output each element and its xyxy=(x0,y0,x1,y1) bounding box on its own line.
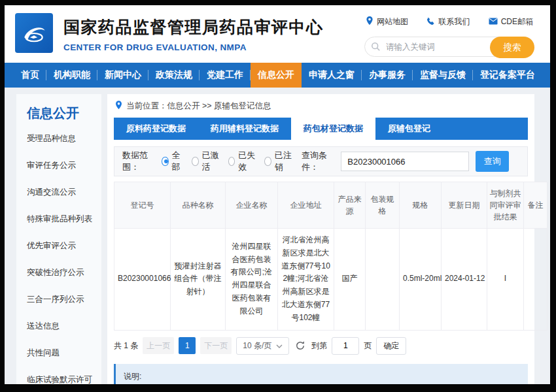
page-word: 页 xyxy=(364,340,372,351)
confirm-button[interactable]: 确定 xyxy=(376,337,406,355)
query-button[interactable]: 查询 xyxy=(476,151,509,172)
sidebar-item-6[interactable]: 三合一序列公示 xyxy=(16,286,101,313)
table-row: B20230001066预灌封注射器组合件（带注射针）沧州四星联合医药包装有限公… xyxy=(114,229,547,331)
top-link-2[interactable]: CDE邮箱 xyxy=(489,16,533,27)
page-number-button[interactable]: 1 xyxy=(179,337,196,354)
scope-radio-2[interactable]: 已失效 xyxy=(228,150,256,173)
scope-radio-0[interactable]: 全部 xyxy=(162,150,183,173)
nav-item-5[interactable]: 信息公开 xyxy=(251,63,302,88)
sidebar-item-4[interactable]: 优先审评公示 xyxy=(16,233,101,259)
radio-circle-icon xyxy=(264,157,271,166)
breadcrumb-text: 当前位置：信息公开 >> 原辅包登记信息 xyxy=(126,101,271,112)
nav-item-2[interactable]: 新闻中心 xyxy=(97,63,148,88)
radio-label: 已注销 xyxy=(275,150,292,173)
page-size-select[interactable]: 10 条/页 xyxy=(236,337,289,355)
nav-item-4[interactable]: 党建工作 xyxy=(200,63,251,88)
col-header-8: 与制剂共同审评审批结果 xyxy=(487,182,524,229)
scope-radios: 全部已激活已失效已注销 xyxy=(162,150,292,173)
tab-1[interactable]: 药用辅料登记数据 xyxy=(198,118,291,140)
tab-0[interactable]: 原料药登记数据 xyxy=(114,118,198,140)
radio-label: 已激活 xyxy=(202,150,220,173)
col-header-2: 企业名称 xyxy=(226,182,278,229)
cell-与制剂共同审评审批结果: I xyxy=(487,229,524,331)
tab-3[interactable]: 原辅包登记 xyxy=(375,118,443,140)
breadcrumb: 当前位置：信息公开 >> 原辅包登记信息 xyxy=(114,94,528,118)
sidebar-item-9[interactable]: 临床试验默示许可 xyxy=(16,367,101,384)
brand-block: 国家药品监督管理局药品审评中心 CENTER FOR DRUG EVALUATI… xyxy=(63,16,324,52)
sidebar-item-8[interactable]: 共性问题 xyxy=(16,340,101,367)
chevron-down-icon xyxy=(276,341,283,350)
nav-item-7[interactable]: 办事服务 xyxy=(362,63,413,88)
content-area: 信息公开 受理品种信息审评任务公示沟通交流公示特殊审批品种列表优先审评公示突破性… xyxy=(5,88,550,384)
col-header-9: 备注 xyxy=(524,182,547,229)
cde-logo xyxy=(15,13,53,53)
nav-item-6[interactable]: 申请人之窗 xyxy=(302,63,362,88)
notes-panel: 说明: 1. 数据范围“全部”，不包含“已注销”2. “与制剂共同审评审批结果”… xyxy=(114,364,528,384)
query-label: 查询条件： xyxy=(302,150,334,173)
col-header-1: 品种名称 xyxy=(171,182,226,229)
top-link-label: 网站地图 xyxy=(377,16,408,27)
col-header-5: 包装规格 xyxy=(366,182,400,229)
top-links: 网站地图联系我们CDE邮箱 xyxy=(364,16,534,27)
nav-item-8[interactable]: 监督与反馈 xyxy=(413,63,473,88)
sidebar-item-2[interactable]: 沟通交流公示 xyxy=(16,179,101,206)
site-search: 搜索 xyxy=(364,37,534,57)
sidebar-item-3[interactable]: 特殊审批品种列表 xyxy=(16,206,101,233)
sidebar-item-1[interactable]: 审评任务公示 xyxy=(16,152,101,179)
sidebar-title: 信息公开 xyxy=(16,94,101,125)
radio-circle-icon xyxy=(192,157,198,166)
cell-企业地址: 河北省沧州高新区求是北大道东侧77号102幢;河北省沧州高新区求是北大道东侧77… xyxy=(278,229,334,331)
nav-item-9[interactable]: 登记备案平台 xyxy=(473,63,542,88)
cell-登记号: B20230001066 xyxy=(114,229,171,331)
tab-2[interactable]: 药包材登记数据 xyxy=(291,118,375,140)
pagination: 共 1 条 上一页 1 下一页 10 条/页 到第 页 确定 xyxy=(114,331,528,356)
cell-产品来源: 国产 xyxy=(334,229,366,331)
sidebar-item-5[interactable]: 突破性治疗公示 xyxy=(16,259,101,286)
radio-label: 全部 xyxy=(172,150,184,173)
search-button[interactable]: 搜索 xyxy=(490,37,534,58)
sidebar-item-7[interactable]: 送达信息 xyxy=(16,313,101,340)
mail-icon xyxy=(489,18,498,27)
notes-title: 说明: xyxy=(124,368,520,384)
location-pin-icon xyxy=(115,101,122,112)
nav-item-3[interactable]: 政策法规 xyxy=(148,63,200,88)
page-frame: 国家药品监督管理局药品审评中心 CENTER FOR DRUG EVALUATI… xyxy=(5,5,550,384)
map-pin-icon xyxy=(366,16,374,27)
cell-品种名称: 预灌封注射器组合件（带注射针） xyxy=(171,229,226,331)
prev-page-button[interactable]: 上一页 xyxy=(143,337,174,354)
top-link-1[interactable]: 联系我们 xyxy=(426,16,470,27)
sidebar-list: 受理品种信息审评任务公示沟通交流公示特殊审批品种列表优先审评公示突破性治疗公示三… xyxy=(16,125,101,384)
search-input[interactable] xyxy=(385,42,488,52)
refresh-icon[interactable] xyxy=(295,340,305,351)
main-nav: 首页机构职能新闻中心政策法规党建工作信息公开申请人之窗办事服务监督与反馈登记备案… xyxy=(5,63,550,88)
table-body: B20230001066预灌封注射器组合件（带注射针）沧州四星联合医药包装有限公… xyxy=(114,229,547,331)
query-input[interactable] xyxy=(341,152,469,171)
top-link-label: 联系我们 xyxy=(438,16,470,27)
col-header-4: 产品来源 xyxy=(334,182,366,229)
site-title: 国家药品监督管理局药品审评中心 xyxy=(63,16,324,38)
table-header-row: 登记号品种名称企业名称企业地址产品来源包装规格规格更新日期与制剂共同审评审批结果… xyxy=(114,182,547,229)
results-table: 登记号品种名称企业名称企业地址产品来源包装规格规格更新日期与制剂共同审评审批结果… xyxy=(114,182,547,331)
top-link-0[interactable]: 网站地图 xyxy=(366,16,408,27)
scope-radio-3[interactable]: 已注销 xyxy=(264,150,292,173)
nav-item-1[interactable]: 机构职能 xyxy=(46,63,97,88)
site-header: 国家药品监督管理局药品审评中心 CENTER FOR DRUG EVALUATI… xyxy=(5,5,550,63)
col-header-3: 企业地址 xyxy=(278,182,334,229)
radio-circle-icon xyxy=(162,157,168,166)
header-right: 网站地图联系我们CDE邮箱 搜索 xyxy=(364,16,534,57)
site-subtitle: CENTER FOR DRUG EVALUATION, NMPA xyxy=(63,42,324,52)
phone-icon xyxy=(426,17,435,27)
sidebar: 信息公开 受理品种信息审评任务公示沟通交流公示特殊审批品种列表优先审评公示突破性… xyxy=(16,94,101,384)
cell-规格: 0.5ml-20ml xyxy=(400,229,442,331)
filter-bar: 数据范围： 全部已激活已失效已注销 查询条件： 查询 xyxy=(114,146,528,176)
cell-更新日期: 2024-01-12 xyxy=(442,229,487,331)
page-size-value: 10 条/页 xyxy=(243,340,271,351)
nav-item-0[interactable]: 首页 xyxy=(14,63,46,88)
sidebar-item-0[interactable]: 受理品种信息 xyxy=(16,125,101,152)
main-panel: 当前位置：信息公开 >> 原辅包登记信息 原料药登记数据药用辅料登记数据药包材登… xyxy=(107,94,534,384)
goto-page-input[interactable] xyxy=(332,337,359,355)
scope-radio-1[interactable]: 已激活 xyxy=(192,150,220,173)
next-page-button[interactable]: 下一页 xyxy=(200,337,232,354)
radio-label: 已失效 xyxy=(238,150,256,173)
search-icon xyxy=(371,42,381,54)
